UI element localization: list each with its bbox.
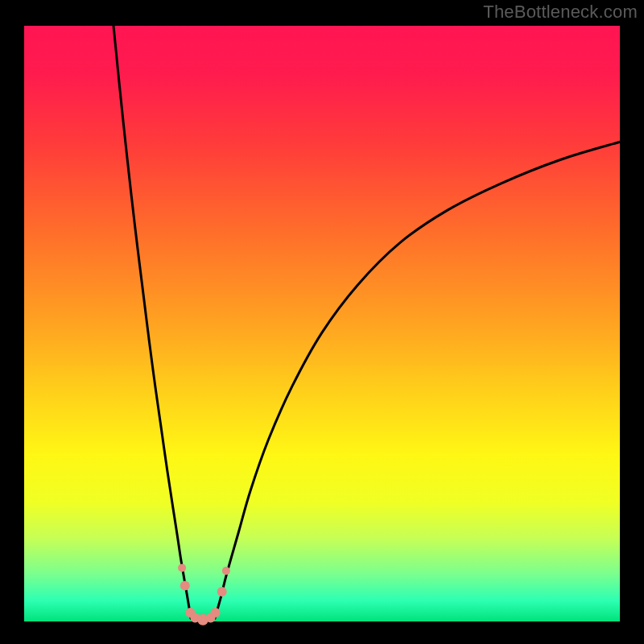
plot-background [24,26,620,621]
watermark-text: TheBottleneck.com [483,2,638,23]
chart-container: TheBottleneck.com [0,0,644,644]
data-point-1 [180,581,190,591]
data-point-0 [178,564,186,572]
data-point-6 [211,608,221,617]
data-point-8 [222,567,230,575]
data-point-7 [217,587,227,597]
bottleneck-chart [0,0,644,644]
